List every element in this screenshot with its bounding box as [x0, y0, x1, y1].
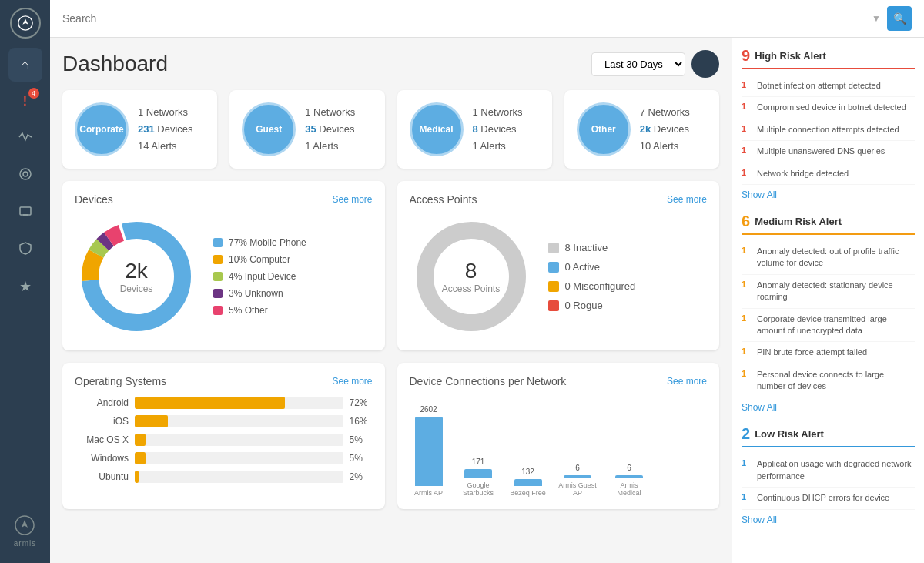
alert-item-app-usage[interactable]: 1 Application usage with degraded networ…	[742, 454, 915, 488]
access-points-widget: Access Points See more 8 Access Points	[397, 181, 720, 350]
medium-risk-section: 6 Medium Risk Alert 1 Anomaly detected: …	[742, 213, 915, 414]
devices-total: 2k	[120, 259, 153, 283]
conn-bar-bezeq: 132 Bezeq Free	[509, 467, 547, 497]
high-risk-title: High Risk Alert	[755, 50, 826, 62]
conn-see-more[interactable]: See more	[667, 376, 707, 387]
conn-bar-armis-ap: 2602 Armis AP	[410, 405, 448, 497]
os-pct-ios: 16%	[350, 416, 373, 427]
sidebar: ⌂ ! 4	[0, 0, 50, 563]
armis-text: armis	[14, 539, 36, 548]
alert-item-dhcp[interactable]: 1 Continuous DHCP errors for device	[742, 488, 915, 509]
time-select[interactable]: Last 30 Days	[591, 52, 685, 76]
alert-text-compromised: Compromised device in botnet detected	[757, 102, 906, 113]
sidebar-item-device[interactable]	[8, 196, 42, 230]
alert-item-personal-device[interactable]: 1 Personal device connects to large numb…	[742, 364, 915, 398]
sidebar-item-shield[interactable]	[8, 233, 42, 266]
alert-item-bridge[interactable]: 1 Network bridge detected	[742, 163, 915, 185]
armis-logo-icon	[14, 514, 35, 536]
devices-label: Devices	[120, 283, 153, 294]
alert-item-pin[interactable]: 1 PIN brute force attempt failed	[742, 342, 915, 364]
alert-text-dns: Multiple unanswered DNS queries	[757, 146, 885, 157]
ap-label-misconfigured: 0 Misconfigured	[565, 280, 636, 292]
os-pct-macosx: 5%	[350, 434, 373, 445]
alert-item-anomaly-roaming[interactable]: 1 Anomaly detected: stationary device ro…	[742, 275, 915, 309]
alert-text-app-usage: Application usage with degraded network …	[757, 458, 915, 482]
medical-devices: 8 Devices	[473, 121, 523, 138]
os-bar-fill-windows	[135, 452, 146, 464]
alert-item-multiple-conn[interactable]: 1 Multiple connection attempts detected	[742, 119, 915, 141]
low-risk-show-all[interactable]: Show All	[742, 514, 915, 525]
shield-icon	[18, 241, 32, 259]
alert-num-botnet: 1	[742, 80, 751, 89]
alert-num-anomaly-traffic: 1	[742, 246, 751, 255]
alert-item-botnet[interactable]: 1 Botnet infection attempt detected	[742, 75, 915, 97]
ap-legend: 8 Inactive 0 Active 0 Misconfigured	[548, 242, 636, 311]
high-risk-header: 9 High Risk Alert	[742, 47, 915, 69]
sidebar-item-activity[interactable]	[8, 122, 42, 156]
guest-devices: 35 Devices	[305, 121, 355, 138]
alert-text-unencrypted: Corporate device transmitted large amoun…	[757, 313, 915, 337]
alert-text-multiple-conn: Multiple connection attempts detected	[757, 124, 899, 136]
alert-item-anomaly-traffic[interactable]: 1 Anomaly detected: out of profile traff…	[742, 241, 915, 275]
alerts-panel: 9 High Risk Alert 1 Botnet infection att…	[732, 38, 924, 563]
ap-legend-rogue: 0 Rogue	[548, 300, 636, 311]
guest-networks: 1 Networks	[305, 104, 355, 121]
ap-dot-active	[548, 262, 559, 273]
os-bar-fill-macosx	[135, 434, 146, 446]
ap-widget-title: Access Points	[410, 193, 477, 206]
devices-see-more[interactable]: See more	[332, 194, 372, 205]
conn-bar-fill-armis-guest	[564, 475, 591, 478]
alert-text-pin: PIN brute force attempt failed	[757, 347, 867, 358]
device-icon	[18, 204, 32, 222]
conn-value-armis-guest: 6	[575, 464, 580, 472]
alert-item-unencrypted[interactable]: 1 Corporate device transmitted large amo…	[742, 309, 915, 343]
conn-bar-fill-google	[464, 469, 492, 478]
alert-num-app-usage: 1	[742, 458, 751, 467]
logo-icon	[17, 15, 34, 32]
user-avatar-button[interactable]	[691, 50, 719, 78]
conn-value-armis-medical: 6	[627, 464, 631, 472]
dashboard-area: Dashboard Last 30 Days Corporate 1 Netwo…	[50, 38, 924, 563]
legend-dot-mobile	[213, 238, 223, 247]
low-risk-count: 2	[742, 425, 750, 443]
devices-widget: Devices See more	[62, 181, 385, 350]
other-alerts: 10 Alerts	[640, 138, 690, 155]
ap-legend-inactive: 8 Inactive	[548, 242, 636, 253]
high-risk-show-all[interactable]: Show All	[742, 189, 915, 200]
conn-value-google: 171	[472, 457, 485, 466]
network-circle-guest: Guest	[242, 102, 296, 156]
os-bar-fill-ios	[135, 415, 168, 427]
alert-item-compromised[interactable]: 1 Compromised device in botnet detected	[742, 97, 915, 119]
medium-risk-show-all[interactable]: Show All	[742, 402, 915, 413]
ap-see-more[interactable]: See more	[667, 194, 707, 205]
devices-donut-container: 2k Devices 77% Mobile Phone 10%	[75, 215, 373, 338]
sidebar-item-favorites[interactable]: ★	[8, 270, 42, 303]
alert-num-dns: 1	[742, 146, 751, 155]
conn-bar-fill-armis-medical	[615, 475, 643, 478]
sidebar-item-home[interactable]: ⌂	[8, 48, 42, 82]
alert-num-dhcp: 1	[742, 492, 751, 501]
search-button[interactable]: 🔍	[887, 6, 912, 31]
os-label-ubuntu: Ubuntu	[75, 471, 129, 482]
alert-badge: 4	[28, 88, 39, 99]
other-devices: 2k Devices	[640, 121, 690, 138]
alert-item-dns[interactable]: 1 Multiple unanswered DNS queries	[742, 141, 915, 163]
devices-widget-header: Devices See more	[75, 193, 373, 206]
devices-donut-center: 2k Devices	[120, 259, 153, 294]
os-see-more[interactable]: See more	[332, 376, 372, 387]
ap-container: 8 Access Points 8 Inactive 0 Act	[410, 215, 708, 338]
home-icon: ⌂	[21, 57, 29, 73]
sidebar-item-alerts[interactable]: ! 4	[8, 85, 42, 119]
sidebar-item-network[interactable]	[8, 159, 42, 193]
ap-widget-header: Access Points See more	[410, 193, 708, 206]
ap-label-inactive: 8 Inactive	[565, 242, 608, 253]
legend-label-other: 5% Other	[229, 305, 268, 316]
dashboard-header: Dashboard Last 30 Days	[62, 50, 719, 78]
conn-label-armis-guest: Armis Guest AP	[557, 481, 599, 497]
legend-label-mobile: 77% Mobile Phone	[229, 237, 306, 248]
search-input[interactable]	[62, 12, 865, 25]
alert-text-dhcp: Continuous DHCP errors for device	[757, 492, 889, 504]
devices-legend: 77% Mobile Phone 10% Computer 4% Input D…	[213, 237, 306, 316]
conn-label-google: Google Starbucks	[457, 481, 500, 497]
ap-total: 8	[442, 259, 500, 283]
